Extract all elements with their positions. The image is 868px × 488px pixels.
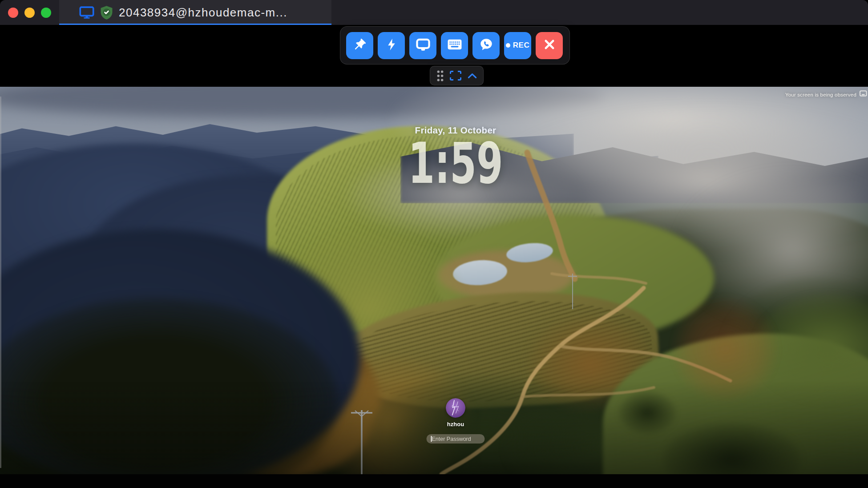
zoom-window-button[interactable] (41, 8, 51, 18)
password-input[interactable] (427, 434, 485, 444)
username-label: hzhou (447, 421, 464, 428)
pin-icon (353, 38, 367, 53)
utility-pole (351, 410, 372, 474)
lens-flare (670, 294, 781, 405)
tab-title: 20438934@hzhoudemac-m... (119, 6, 287, 20)
session-control-toolbar: REC (340, 26, 570, 65)
window-bottom-bar (0, 474, 868, 488)
boost-toolbar-button[interactable] (378, 32, 405, 59)
screen-observed-text: Your screen is being observed (785, 92, 856, 97)
chevron-up-icon (468, 73, 477, 79)
apps-grid-icon (437, 70, 444, 81)
user-avatar[interactable] (446, 398, 465, 418)
session-tab[interactable]: 20438934@hzhoudemac-m... (59, 0, 331, 25)
secure-shield-icon (99, 5, 114, 20)
record-toolbar-button[interactable]: REC (504, 32, 531, 59)
voice-call-toolbar-button[interactable] (472, 32, 500, 59)
fullscreen-button[interactable] (450, 71, 461, 81)
apps-grid-button[interactable] (437, 70, 444, 81)
minimize-window-button[interactable] (24, 8, 35, 18)
display-tab-icon (79, 6, 94, 19)
record-dot-icon (506, 43, 510, 48)
password-field-wrap (427, 434, 485, 444)
text-caret (431, 436, 432, 442)
titlebar: 20438934@hzhoudemac-m... (0, 0, 868, 25)
close-window-button[interactable] (8, 8, 18, 18)
remote-desktop-window: 20438934@hzhoudemac-m... (0, 0, 868, 488)
lightning-icon (385, 38, 398, 53)
screen-observed-banner: Your screen is being observed (785, 90, 867, 99)
screen-observed-icon[interactable] (860, 90, 867, 99)
keyboard-icon (448, 39, 462, 52)
fullscreen-icon (450, 71, 461, 81)
record-icon: REC (506, 41, 529, 50)
close-icon (543, 38, 556, 52)
remote-screen: Your screen is being observed Friday, 11… (0, 87, 868, 474)
close-session-button[interactable] (536, 32, 563, 59)
display-icon (416, 38, 430, 53)
record-label: REC (513, 41, 529, 50)
pin-toolbar-button[interactable] (346, 32, 373, 59)
collapse-toolbar-button[interactable] (468, 73, 477, 79)
display-toolbar-button[interactable] (409, 32, 436, 59)
keyboard-toolbar-button[interactable] (441, 32, 468, 59)
phone-chat-icon (480, 38, 493, 53)
toolbar-dock (430, 66, 484, 85)
lock-time: 1:59 (386, 133, 525, 195)
